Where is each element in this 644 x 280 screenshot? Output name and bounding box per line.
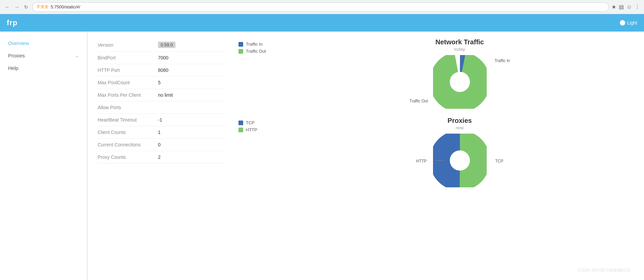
chevron-down-icon: ⌄ — [75, 53, 79, 58]
legend-label-traffic-in: Traffic In — [246, 42, 263, 47]
network-traffic-pie — [433, 55, 487, 109]
traffic-out-slice — [440, 62, 480, 102]
network-traffic-title: Network Traffic — [285, 38, 634, 46]
value-version: 0.59.0 — [158, 42, 175, 48]
legend-color-traffic-out — [238, 49, 243, 54]
label-httpport: HTTP Port — [98, 67, 158, 73]
legend-traffic-out: Traffic Out — [238, 49, 279, 54]
network-traffic-pie-wrapper: Traffic In Traffic Out — [433, 55, 487, 110]
proxies-title: Proxies — [285, 117, 634, 125]
legend-color-tcp — [238, 121, 243, 125]
main-layout: Overview Proxies ⌄ Help Version 0.59.0 B… — [0, 32, 644, 280]
extensions-button[interactable]: ▤ — [619, 4, 624, 10]
network-traffic-subtitle: today — [285, 47, 634, 52]
reload-button[interactable]: ↻ — [23, 4, 30, 10]
forward-button[interactable]: → — [13, 4, 20, 10]
info-row-allowports: Allow Ports — [98, 101, 225, 114]
legend-http: HTTP — [238, 127, 279, 132]
info-row-maxpoolcount: Max PoolCount 5 — [98, 77, 225, 89]
browser-chrome: ← → ↻ 不安全 5:7500/static/#/ ★ ▤ ☺ ⋮ — [0, 0, 644, 14]
proxies-subtitle: now — [285, 125, 634, 130]
value-bindport: 7000 — [158, 55, 168, 60]
value-heartbeat: -1 — [158, 117, 162, 123]
info-row-bindport: BindPort 7000 — [98, 52, 225, 64]
proxies-panel: Proxies now HTTP TCP — [285, 117, 634, 189]
legend-color-http — [238, 128, 243, 132]
legend-traffic-in: Traffic In — [238, 42, 279, 47]
traffic-in-label: Traffic In — [494, 58, 510, 63]
bookmark-button[interactable]: ★ — [611, 4, 616, 10]
info-row-proxycounts: Proxy Counts 2 — [98, 151, 225, 164]
charts-section: Traffic In Traffic Out Network Traffic t… — [238, 38, 634, 273]
http-label: HTTP — [416, 159, 427, 164]
proxies-pie-wrapper: HTTP TCP — [433, 134, 487, 189]
label-heartbeat: HeartBeat Timeout — [98, 117, 158, 123]
proxies-legend: TCP HTTP — [238, 117, 279, 132]
menu-button[interactable]: ⋮ — [635, 4, 640, 10]
network-traffic-panel: Network Traffic today Traffic In Traffic… — [285, 38, 634, 110]
proxies-chart-container: TCP HTTP Proxies now HTTP TCP — [238, 117, 634, 189]
info-row-clientcounts: Client Counts 1 — [98, 126, 225, 139]
network-traffic-legend: Traffic In Traffic Out — [238, 38, 279, 54]
legend-label-http: HTTP — [246, 127, 257, 132]
label-connections: Current Connections — [98, 142, 158, 147]
legend-tcp: TCP — [238, 120, 279, 125]
sidebar-item-overview[interactable]: Overview — [0, 37, 87, 49]
theme-toggle-icon — [620, 20, 625, 26]
security-warning: 不安全 — [37, 4, 49, 10]
value-httpport: 8080 — [158, 67, 168, 73]
value-connections: 0 — [158, 142, 161, 147]
url-bar[interactable]: 不安全 5:7500/static/#/ — [32, 2, 609, 12]
sidebar: Overview Proxies ⌄ Help — [0, 32, 87, 280]
network-traffic-chart-container: Traffic In Traffic Out Network Traffic t… — [238, 38, 634, 110]
profile-button[interactable]: ☺ — [627, 4, 632, 10]
browser-actions: ★ ▤ ☺ ⋮ — [611, 4, 640, 10]
proxies-pie — [433, 134, 487, 187]
label-allowports: Allow Ports — [98, 105, 158, 110]
info-row-httpport: HTTP Port 8080 — [98, 64, 225, 77]
label-proxycounts: Proxy Counts — [98, 154, 158, 160]
theme-toggle[interactable]: Light — [620, 20, 637, 26]
label-maxpoolcount: Max PoolCount — [98, 80, 158, 85]
app-header: frp Light — [0, 14, 644, 32]
legend-label-tcp: TCP — [246, 120, 255, 125]
info-row-connections: Current Connections 0 — [98, 139, 225, 151]
sidebar-item-overview-label: Overview — [8, 40, 29, 46]
sidebar-item-help-label: Help — [8, 65, 18, 71]
label-clientcounts: Client Counts — [98, 130, 158, 135]
sidebar-item-proxies-label: Proxies — [8, 53, 25, 58]
app-logo: frp — [7, 18, 17, 27]
value-proxycounts: 2 — [158, 154, 161, 160]
url-text: 5:7500/static/#/ — [51, 4, 80, 9]
label-bindport: BindPort — [98, 55, 158, 60]
label-version: Version — [98, 42, 158, 48]
sidebar-item-help[interactable]: Help — [0, 62, 87, 74]
label-maxports: Max Ports Per Client — [98, 92, 158, 98]
watermark: CSDN @叫我小稳金融社区 — [578, 267, 631, 273]
value-clientcounts: 1 — [158, 130, 161, 135]
back-button[interactable]: ← — [4, 4, 11, 10]
info-row-heartbeat: HeartBeat Timeout -1 — [98, 114, 225, 126]
traffic-out-label: Traffic Out — [410, 99, 428, 103]
theme-label: Light — [627, 20, 637, 26]
info-row-version: Version 0.59.0 — [98, 38, 225, 52]
legend-label-traffic-out: Traffic Out — [246, 49, 266, 54]
content-area: Version 0.59.0 BindPort 7000 HTTP Port 8… — [88, 32, 644, 280]
info-table: Version 0.59.0 BindPort 7000 HTTP Port 8… — [98, 38, 225, 273]
value-maxports: no limit — [158, 92, 173, 98]
info-row-maxports: Max Ports Per Client no limit — [98, 89, 225, 101]
legend-color-traffic-in — [238, 42, 243, 47]
sidebar-item-proxies[interactable]: Proxies ⌄ — [0, 49, 87, 62]
tcp-label: TCP — [495, 159, 503, 164]
value-maxpoolcount: 5 — [158, 80, 161, 85]
